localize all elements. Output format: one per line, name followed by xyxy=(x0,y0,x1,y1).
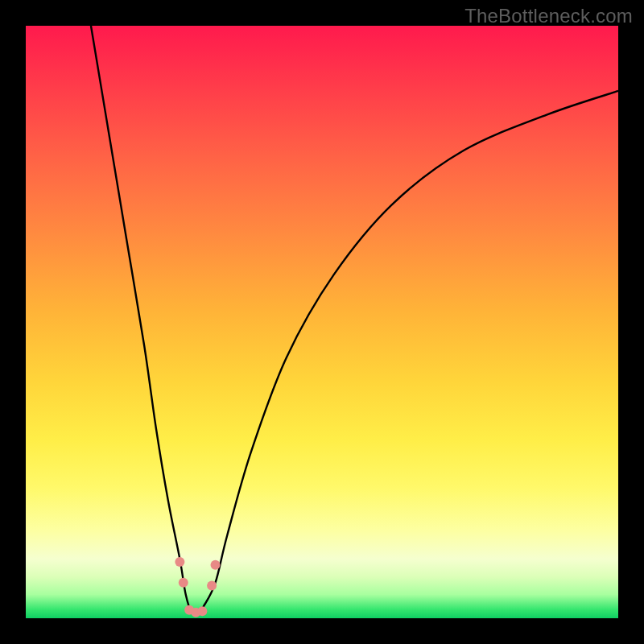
curve-svg xyxy=(26,26,618,618)
right-cluster-upper xyxy=(211,560,221,570)
plot-area xyxy=(26,26,618,618)
outer-frame: TheBottleneck.com xyxy=(0,0,644,644)
right-cluster-lower xyxy=(207,581,217,591)
curve-markers xyxy=(175,557,220,617)
bottom-3 xyxy=(197,606,207,616)
bottleneck-curve xyxy=(91,26,618,614)
left-cluster-upper xyxy=(175,557,184,567)
watermark-text: TheBottleneck.com xyxy=(464,5,633,27)
left-cluster-lower xyxy=(179,578,188,588)
